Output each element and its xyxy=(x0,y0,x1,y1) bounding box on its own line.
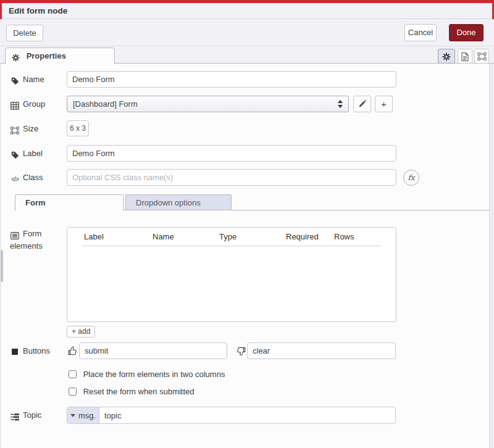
header-divider xyxy=(82,246,381,246)
clear-button-input[interactable] xyxy=(247,342,396,359)
right-gutter xyxy=(489,64,494,448)
tag-icon xyxy=(10,150,20,159)
document-icon xyxy=(461,51,469,60)
gear-icon xyxy=(442,51,451,60)
tasks-icon xyxy=(10,412,20,421)
two-columns-checkbox[interactable] xyxy=(69,370,77,378)
two-columns-label: Place the form elements in two columns xyxy=(83,370,225,379)
done-button[interactable]: Done xyxy=(449,24,484,41)
two-columns-option: Place the form elements in two columns xyxy=(69,370,225,379)
label-field-label: Label xyxy=(10,149,43,159)
chevron-down-icon xyxy=(70,414,75,417)
column-header: Name xyxy=(153,232,174,241)
name-input[interactable] xyxy=(67,71,396,88)
tab-properties-label: Properties xyxy=(27,51,66,60)
topic-type-label: msg. xyxy=(78,411,96,420)
tab-form[interactable]: Form xyxy=(15,194,124,211)
reset-form-option: Reset the form when submitted xyxy=(69,387,195,396)
topic-typed-input: msg. xyxy=(67,407,396,424)
list-icon xyxy=(10,230,20,241)
column-header: Label xyxy=(84,232,104,241)
group-field-label: Group xyxy=(10,99,45,110)
topic-type-button[interactable]: msg. xyxy=(67,407,99,423)
gear-icon xyxy=(12,52,22,62)
size-button[interactable]: 6 x 3 xyxy=(67,120,89,136)
properties-form: Name Group [Dashboard] Form + S xyxy=(0,64,494,448)
form-subtabs: Form Dropdown options xyxy=(15,194,489,210)
reset-form-checkbox[interactable] xyxy=(69,388,77,396)
column-header: Type xyxy=(219,232,237,241)
group-select[interactable]: [Dashboard] Form xyxy=(67,96,349,112)
code-icon: </> xyxy=(10,176,20,183)
object-size-icon xyxy=(10,125,20,135)
topic-input[interactable] xyxy=(99,407,395,423)
delete-button[interactable]: Delete xyxy=(6,25,43,41)
description-section-button[interactable] xyxy=(458,49,472,64)
tag-icon xyxy=(10,76,20,85)
appearance-icon xyxy=(477,51,487,60)
topic-field-label: Topic xyxy=(10,410,41,421)
add-group-button[interactable]: + xyxy=(375,96,393,112)
scrollbar-thumb[interactable] xyxy=(1,250,3,282)
plus-icon: + xyxy=(381,99,387,109)
tab-properties[interactable]: Properties xyxy=(5,48,115,64)
edit-group-button[interactable] xyxy=(353,96,371,112)
table-icon xyxy=(10,101,20,110)
thumbs-down-icon xyxy=(237,346,246,356)
form-elements-list[interactable]: Label Name Type Required Rows xyxy=(67,227,396,322)
properties-section-button[interactable] xyxy=(438,49,455,64)
expression-button[interactable]: fx xyxy=(403,170,419,186)
column-header: Rows xyxy=(334,232,354,241)
dialog-title: Edit form node xyxy=(2,3,492,19)
form-elements-label: Form elements xyxy=(10,228,63,252)
name-field-label: Name xyxy=(10,75,44,85)
appearance-section-button[interactable] xyxy=(474,49,489,64)
size-field-label: Size xyxy=(10,124,38,135)
buttons-field-label: Buttons xyxy=(10,346,50,357)
label-input[interactable] xyxy=(67,145,396,162)
thumbs-up-icon xyxy=(68,346,78,355)
add-element-button[interactable]: + add xyxy=(67,326,95,338)
square-icon xyxy=(10,347,20,357)
edit-form-node-dialog: Edit form node Delete Cancel Done Proper… xyxy=(0,0,494,448)
pencil-icon xyxy=(358,99,366,108)
submit-button-input[interactable] xyxy=(79,342,227,359)
editor-tab-bar: Properties xyxy=(0,46,494,64)
class-input[interactable] xyxy=(67,169,396,186)
column-header: Required xyxy=(286,232,319,241)
tab-dropdown-options[interactable]: Dropdown options xyxy=(125,194,232,210)
select-spinner-icon xyxy=(338,100,343,108)
reset-form-label: Reset the form when submitted xyxy=(83,387,195,396)
class-field-label: </>Class xyxy=(10,173,43,183)
dialog-toolbar: Delete Cancel Done xyxy=(0,19,494,46)
cancel-button[interactable]: Cancel xyxy=(404,24,437,41)
